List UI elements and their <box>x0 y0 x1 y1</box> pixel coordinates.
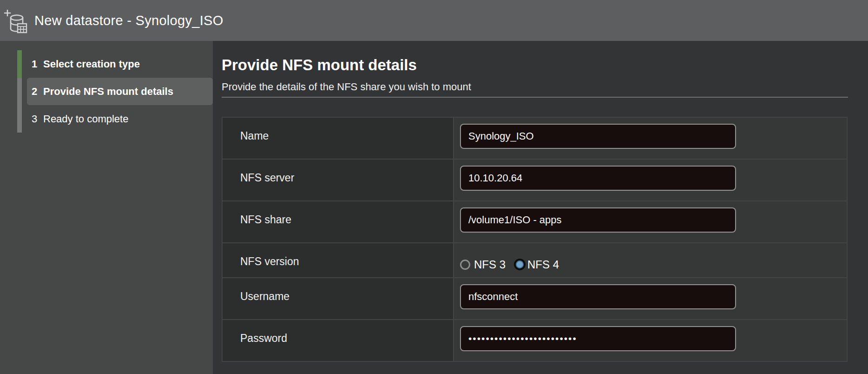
step-content-panel: Provide NFS mount details Provide the de… <box>213 41 868 374</box>
step-label: Ready to complete <box>43 113 128 125</box>
name-input[interactable] <box>460 124 736 149</box>
nfs-server-input[interactable] <box>460 166 736 191</box>
section-divider <box>222 97 848 98</box>
name-field-cell <box>454 118 847 159</box>
step-select-creation-type[interactable]: 1 Select creation type <box>27 50 213 78</box>
dialog-title: New datastore - Synology_ISO <box>34 13 224 28</box>
nfs-mount-form: Name NFS server NFS share NFS version NF… <box>222 117 848 362</box>
page-subtitle: Provide the details of the NFS share you… <box>222 81 848 93</box>
dialog-titlebar: New datastore - Synology_ISO <box>0 0 868 41</box>
step-label: Select creation type <box>43 58 140 70</box>
nfs-share-field-cell <box>454 201 847 242</box>
step-number: 1 <box>32 58 39 70</box>
progress-completed-bar <box>17 50 22 78</box>
password-field-label: Password <box>223 320 453 361</box>
dialog-body: 1 Select creation type 2 Provide NFS mou… <box>0 41 868 374</box>
nfs3-radio-label[interactable]: NFS 3 <box>474 258 506 271</box>
nfs-share-input[interactable] <box>460 207 736 233</box>
new-datastore-dialog: New datastore - Synology_ISO 1 Select cr… <box>0 0 868 374</box>
nfs-version-field-label: NFS version <box>223 243 453 277</box>
nfs4-radio-label[interactable]: NFS 4 <box>527 258 559 271</box>
password-field-cell <box>454 320 847 361</box>
nfs-share-field-label: NFS share <box>223 201 453 242</box>
wizard-step-list: 1 Select creation type 2 Provide NFS mou… <box>27 50 213 133</box>
step-ready-to-complete[interactable]: 3 Ready to complete <box>27 105 213 133</box>
name-field-label: Name <box>223 118 453 159</box>
nfs-version-field-cell: NFS 3 NFS 4 <box>454 243 847 277</box>
username-field-cell <box>454 278 847 319</box>
nfs-server-field-cell <box>454 160 847 200</box>
step-number: 2 <box>32 86 39 98</box>
nfs-server-field-label: NFS server <box>223 160 453 200</box>
password-input[interactable] <box>460 326 736 351</box>
step-provide-nfs-mount-details[interactable]: 2 Provide NFS mount details <box>27 78 213 105</box>
nfs4-radio-button[interactable] <box>516 260 524 268</box>
nfs3-radio-button[interactable] <box>460 260 470 270</box>
step-number: 3 <box>32 113 39 125</box>
progress-remaining-bar <box>17 78 22 133</box>
datastore-add-icon <box>4 8 28 35</box>
username-input[interactable] <box>460 284 736 309</box>
username-field-label: Username <box>223 278 453 319</box>
wizard-steps-sidebar: 1 Select creation type 2 Provide NFS mou… <box>0 41 213 374</box>
step-label: Provide NFS mount details <box>43 86 173 98</box>
page-title: Provide NFS mount details <box>222 56 848 74</box>
